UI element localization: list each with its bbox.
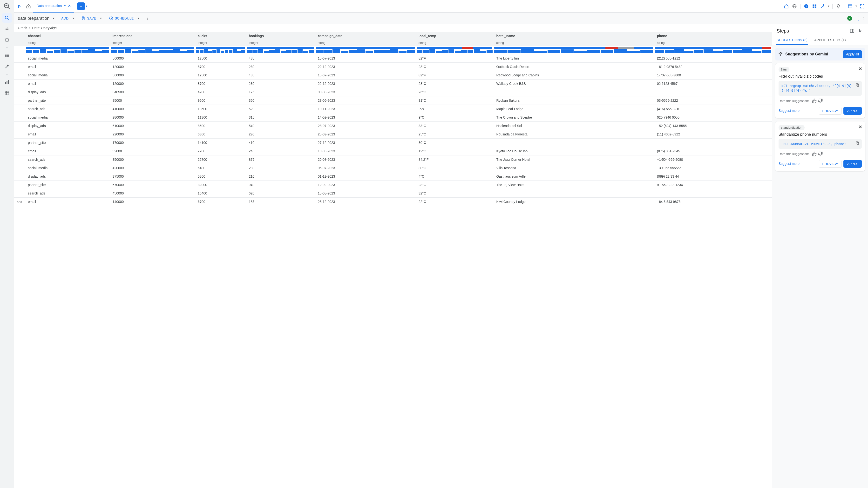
cell[interactable]: 485: [246, 71, 315, 79]
chevron-down-icon[interactable]: ▼: [100, 17, 102, 20]
close-icon[interactable]: ✕: [859, 66, 862, 72]
cell[interactable]: 25°C: [416, 130, 493, 138]
collapse-panel-icon[interactable]: [858, 28, 864, 34]
cell[interactable]: The Taj View Hotel: [493, 181, 654, 189]
cell[interactable]: (075) 351-2345: [654, 147, 772, 156]
chevron-down-icon[interactable]: ▼: [827, 2, 830, 10]
cell[interactable]: Villa Toscana: [493, 164, 654, 172]
cell[interactable]: 22-12-2023: [315, 79, 416, 88]
cell[interactable]: 9500: [195, 96, 246, 105]
cell[interactable]: 20-08-2023: [315, 156, 416, 164]
cell[interactable]: 420000: [110, 164, 195, 172]
cell[interactable]: 620: [246, 189, 315, 198]
cell[interactable]: [493, 189, 654, 198]
cell[interactable]: 6300: [195, 130, 246, 138]
cell[interactable]: Outback Oasis Resort: [493, 63, 654, 71]
cell[interactable]: 12500: [195, 54, 246, 63]
table-row[interactable]: display_ads375000580021001-12-20234°CGas…: [14, 172, 772, 181]
apply-button[interactable]: APPLY: [843, 107, 862, 115]
column-profile[interactable]: [654, 46, 772, 54]
column-profile[interactable]: [315, 46, 416, 54]
cell[interactable]: 82°F: [416, 71, 493, 79]
chevron-down-icon[interactable]: ▼: [85, 5, 88, 7]
table-row[interactable]: search_ads4500001640062015-08-202332°C: [14, 189, 772, 198]
suggest-more-link[interactable]: Suggest more: [779, 109, 800, 112]
cell[interactable]: 85000: [110, 96, 195, 105]
cell[interactable]: 290: [246, 130, 315, 138]
column-header[interactable]: hotel_name: [493, 32, 654, 40]
lightbulb-icon[interactable]: [835, 2, 842, 10]
copy-icon[interactable]: [856, 141, 860, 145]
cell[interactable]: 16400: [195, 189, 246, 198]
rail-table-icon[interactable]: [2, 88, 12, 98]
column-header[interactable]: clicks: [195, 32, 246, 40]
cell[interactable]: 350000: [110, 156, 195, 164]
table-row[interactable]: email220000630029025-09-202325°CPousada …: [14, 130, 772, 138]
cell[interactable]: 340500: [110, 88, 195, 96]
more-menu-button[interactable]: [144, 14, 152, 22]
cell[interactable]: 140000: [110, 198, 195, 206]
cell[interactable]: 875: [246, 156, 315, 164]
grid-icon[interactable]: [811, 2, 818, 10]
globe-icon[interactable]: [790, 2, 798, 10]
cell[interactable]: 410000: [110, 105, 195, 113]
table-row[interactable]: social_media2800001130031514-02-20239°CT…: [14, 113, 772, 122]
cell[interactable]: 22-12-2023: [315, 63, 416, 71]
cell[interactable]: email: [25, 130, 110, 138]
cell[interactable]: 22°C: [416, 198, 493, 206]
cell[interactable]: +1-504-555-9080: [654, 156, 772, 164]
apply-button[interactable]: APPLY: [843, 160, 862, 168]
column-profile[interactable]: [416, 46, 493, 54]
cell[interactable]: 30°C: [416, 138, 493, 147]
cell[interactable]: Gasthaus zum Adler: [493, 172, 654, 181]
cell[interactable]: 350: [246, 96, 315, 105]
cell[interactable]: 18-03-2023: [315, 147, 416, 156]
tab-applied-steps[interactable]: APPLIED STEPS(1): [814, 36, 846, 45]
table-row[interactable]: partner_site6700003200094012-02-202328°C…: [14, 181, 772, 189]
cell[interactable]: 410: [246, 138, 315, 147]
cell[interactable]: Pousada da Floresta: [493, 130, 654, 138]
rail-search-icon[interactable]: [2, 13, 12, 23]
cell[interactable]: 230: [246, 79, 315, 88]
cell[interactable]: 02 6123 4567: [654, 79, 772, 88]
cell[interactable]: (11) 4002-8922: [654, 130, 772, 138]
save-button[interactable]: SAVE: [79, 15, 99, 22]
table-row[interactable]: partner_site1700001410041027-12-202330°C: [14, 138, 772, 147]
cell[interactable]: Wallaby Creek B&B: [493, 79, 654, 88]
cell[interactable]: email: [25, 147, 110, 156]
cell[interactable]: 15-07-2013: [315, 54, 416, 63]
cell[interactable]: 27-12-2023: [315, 138, 416, 147]
cell[interactable]: -5°C: [416, 105, 493, 113]
cell[interactable]: social_media: [25, 54, 110, 63]
column-profile[interactable]: [195, 46, 246, 54]
cell[interactable]: 01-12-2023: [315, 172, 416, 181]
cell[interactable]: 30°C: [416, 164, 493, 172]
table-row[interactable]: search_ads3500002270087520-08-202384.2°F…: [14, 156, 772, 164]
cell[interactable]: 22700: [195, 156, 246, 164]
cell[interactable]: 28-07-2023: [315, 122, 416, 130]
cell[interactable]: 32000: [195, 181, 246, 189]
cell[interactable]: search_ads: [25, 105, 110, 113]
cell[interactable]: 15-07-2023: [315, 71, 416, 79]
cell[interactable]: 4°C: [416, 172, 493, 181]
table-row[interactable]: social_media5600001250048515-07-202382°F…: [14, 71, 772, 79]
chevron-down-icon[interactable]: ▼: [52, 17, 55, 20]
cell[interactable]: 03-5555-2222: [654, 96, 772, 105]
cell[interactable]: search_ads: [25, 156, 110, 164]
cell[interactable]: Maple Leaf Lodge: [493, 105, 654, 113]
cell[interactable]: 05-07-2023: [315, 164, 416, 172]
cell[interactable]: 7200: [195, 147, 246, 156]
cell[interactable]: 230: [246, 63, 315, 71]
cell[interactable]: Ryokan Sakura: [493, 96, 654, 105]
cell[interactable]: 1-707-555-9800: [654, 71, 772, 79]
cell[interactable]: 240: [246, 147, 315, 156]
cell[interactable]: email: [25, 79, 110, 88]
cell[interactable]: 18500: [195, 105, 246, 113]
panel-icon[interactable]: [846, 2, 854, 10]
close-icon[interactable]: ✕: [859, 124, 862, 130]
cell[interactable]: 03-08-2023: [315, 88, 416, 96]
thumbs-up-icon[interactable]: [812, 99, 817, 103]
cell[interactable]: 280: [246, 164, 315, 172]
cell[interactable]: 315: [246, 113, 315, 122]
chevron-down-icon[interactable]: ▼: [72, 17, 74, 20]
